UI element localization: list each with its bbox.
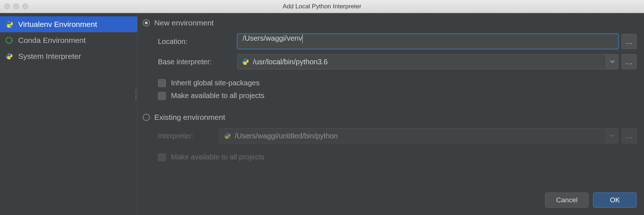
text-cursor bbox=[302, 35, 303, 43]
close-window-icon[interactable] bbox=[4, 4, 10, 9]
inherit-site-packages-checkbox[interactable] bbox=[158, 79, 166, 87]
inherit-site-packages-label: Inherit global site-packages bbox=[171, 79, 259, 87]
sidebar-item-virtualenv[interactable]: Virtualenv Environment bbox=[0, 16, 137, 32]
conda-icon bbox=[5, 36, 13, 44]
existing-make-available-checkbox bbox=[158, 153, 166, 161]
zoom-window-icon[interactable] bbox=[23, 4, 28, 9]
window-title: Add Local Python Interpreter bbox=[0, 3, 644, 10]
svg-point-3 bbox=[8, 54, 9, 54]
ok-button[interactable]: OK bbox=[593, 192, 637, 208]
python-icon bbox=[241, 58, 249, 66]
base-interpreter-value: /usr/local/bin/python3.6 bbox=[253, 58, 602, 66]
sidebar-item-system[interactable]: System Interpreter bbox=[0, 48, 137, 64]
browse-existing-interpreter-button: ... bbox=[621, 128, 637, 143]
main-panel: New environment Location: /Users/waggi/v… bbox=[138, 13, 644, 215]
browse-location-button[interactable]: ... bbox=[621, 34, 637, 49]
python-icon bbox=[5, 52, 13, 60]
make-available-checkbox[interactable] bbox=[158, 92, 166, 100]
base-interpreter-label: Base interpreter: bbox=[158, 58, 234, 66]
window-controls bbox=[4, 4, 28, 9]
svg-point-4 bbox=[10, 58, 11, 59]
svg-point-0 bbox=[8, 22, 8, 23]
existing-environment-option[interactable]: Existing environment bbox=[143, 113, 637, 122]
existing-make-available-label: Make available to all projects bbox=[171, 153, 265, 161]
existing-interpreter-value: /Users/waggi/untitled/bin/python bbox=[235, 132, 602, 140]
radio-existing-env-label: Existing environment bbox=[154, 113, 225, 122]
radio-existing-env[interactable] bbox=[143, 114, 150, 121]
location-label: Location: bbox=[158, 37, 234, 46]
sidebar-item-label: Virtualenv Environment bbox=[18, 20, 97, 29]
radio-new-env[interactable] bbox=[143, 19, 150, 27]
titlebar: Add Local Python Interpreter bbox=[0, 0, 644, 13]
existing-interpreter-label: Interpreter: bbox=[158, 132, 216, 140]
location-input[interactable]: /Users/waggi/venv bbox=[237, 34, 619, 49]
radio-new-env-label: New environment bbox=[154, 19, 214, 27]
sidebar-item-conda[interactable]: Conda Environment bbox=[0, 32, 137, 48]
svg-text:c: c bbox=[229, 136, 230, 139]
location-value: /Users/waggi/venv bbox=[243, 34, 302, 42]
sidebar: Virtualenv Environment Conda Environment… bbox=[0, 13, 138, 215]
dropdown-arrow-icon[interactable] bbox=[606, 54, 618, 69]
python-icon: c bbox=[223, 132, 231, 140]
minimize-window-icon[interactable] bbox=[13, 4, 19, 9]
base-interpreter-combo[interactable]: /usr/local/bin/python3.6 bbox=[237, 54, 619, 69]
splitter-handle[interactable] bbox=[135, 90, 136, 100]
sidebar-item-label: Conda Environment bbox=[18, 36, 86, 45]
make-available-label: Make available to all projects bbox=[171, 92, 265, 100]
new-environment-option[interactable]: New environment bbox=[143, 19, 637, 27]
svg-point-2 bbox=[6, 37, 12, 44]
cancel-button[interactable]: Cancel bbox=[545, 192, 589, 208]
browse-base-interpreter-button[interactable]: ... bbox=[621, 54, 637, 69]
sidebar-item-label: System Interpreter bbox=[18, 52, 81, 61]
python-venv-icon bbox=[5, 20, 13, 28]
dropdown-arrow-icon bbox=[606, 129, 618, 143]
dialog-footer: Cancel OK bbox=[545, 192, 637, 208]
existing-interpreter-combo: c /Users/waggi/untitled/bin/python bbox=[219, 128, 619, 143]
